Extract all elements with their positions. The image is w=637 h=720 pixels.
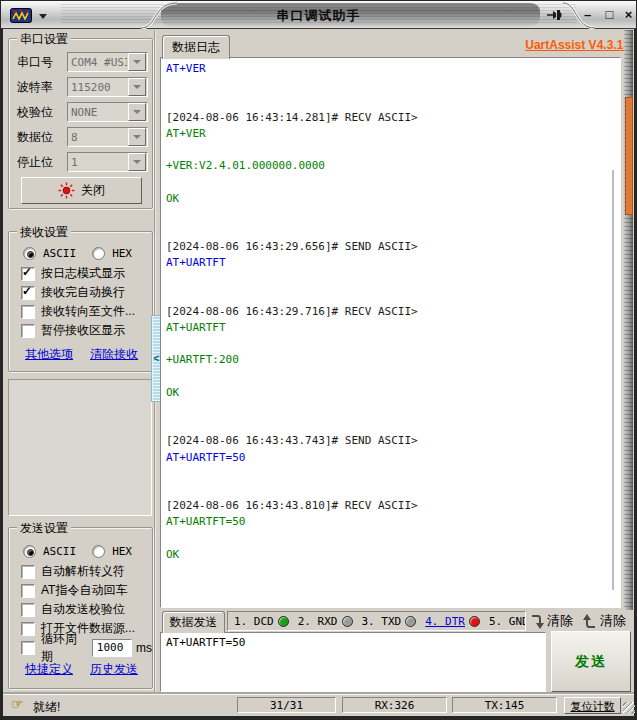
log-line: AT+UARTFT (166, 255, 620, 271)
send-checkbox-label-auto-checksum: 自动发送校验位 (41, 601, 125, 618)
combo-dropdown-button-port[interactable] (128, 53, 146, 71)
send-radio-hex[interactable] (92, 545, 105, 558)
log-line (166, 207, 620, 223)
arrow-up-icon (583, 613, 597, 630)
send-checkbox-open-file-source[interactable] (21, 622, 35, 636)
receive-radio-hex[interactable] (92, 247, 105, 260)
link-history-send[interactable]: 历史发送 (90, 661, 138, 678)
combo-baud[interactable]: 115200 (67, 77, 148, 97)
radio-selected-dot (27, 251, 34, 258)
send-checkbox-parse-escape[interactable] (21, 565, 35, 579)
checkbox-row-recv-to-file: 接收转向至文件... (21, 302, 152, 321)
combo-dropdown-button-databits[interactable] (128, 128, 146, 146)
link-other-options[interactable]: 其他选项 (25, 346, 73, 363)
chevron-down-icon (133, 160, 141, 164)
combo-dropdown-button-baud[interactable] (128, 78, 146, 96)
receive-radio-ascii[interactable] (23, 247, 36, 260)
checkbox-row-parse-escape: 自动解析转义符 (21, 562, 152, 581)
log-line (166, 142, 620, 158)
combo-value-databits: 8 (68, 131, 127, 144)
status-rx-count: RX:326 (342, 697, 447, 713)
log-line (166, 223, 620, 239)
send-checkbox-at-auto-cr[interactable] (21, 584, 35, 598)
combo-value-port: COM4 #USI (68, 56, 127, 69)
close-button[interactable]: × (620, 7, 637, 23)
cycle-period-label: 循环周期 (41, 631, 88, 665)
tab-data-log[interactable]: 数据日志 (162, 35, 230, 59)
reset-count-button[interactable]: 复位计数 (564, 697, 621, 714)
indicator-dot-dcd (278, 616, 289, 627)
tab-data-log-label: 数据日志 (172, 40, 220, 54)
quick-send-panel (8, 379, 152, 516)
receive-checkbox-label-log-mode: 按日志模式显示 (41, 265, 125, 282)
receive-checkbox-auto-newline[interactable]: ✓ (21, 286, 35, 300)
combo-parity[interactable]: NONE (67, 102, 148, 122)
indicator-dot-txd (405, 616, 416, 627)
close-port-button[interactable]: 关闭 (21, 177, 142, 204)
combo-value-parity: NONE (68, 106, 127, 119)
serial-field-label-port: 串口号 (17, 54, 67, 71)
data-log-area[interactable]: AT+VER [2024-08-06 16:43:14.281]# RECV A… (160, 57, 621, 608)
clear-send-button[interactable]: 清除 (530, 612, 573, 630)
tab-data-send[interactable]: 数据发送 (162, 611, 225, 633)
serial-settings-title: 串口设置 (17, 31, 71, 48)
send-radio-ascii[interactable] (23, 545, 36, 558)
log-line: AT+VER (166, 126, 620, 142)
combo-databits[interactable]: 8 (67, 127, 148, 147)
version-link[interactable]: UartAssist V4.3.13 (455, 38, 630, 52)
tab-data-send-label: 数据发送 (170, 615, 218, 629)
status-counter: 31/31 (237, 697, 336, 713)
serial-field-label-baud: 波特率 (17, 79, 67, 96)
link-quick-define[interactable]: 快捷定义 (25, 661, 73, 678)
window-edge-scroll-thumb[interactable] (625, 97, 633, 215)
combo-port[interactable]: COM4 #USI (67, 52, 148, 72)
indicator-rxd: 2. RXD (298, 615, 353, 628)
line-indicator-strip: 1. DCD2. RXD3. TXD4. DTR5. GND6. (227, 611, 526, 631)
combo-dropdown-button-stopbits[interactable] (128, 153, 146, 171)
receive-checkbox-recv-to-file[interactable] (21, 305, 35, 319)
receive-checkbox-log-mode[interactable]: ✓ (21, 267, 35, 281)
serial-field-row-baud: 波特率115200 (17, 77, 152, 97)
log-line: AT+UARTFT (166, 320, 620, 336)
close-port-label: 关闭 (81, 182, 105, 199)
serial-field-row-port: 串口号COM4 #USI (17, 52, 152, 72)
resize-grip[interactable] (623, 702, 635, 714)
minimize-button[interactable]: – (579, 7, 596, 23)
pin-icon[interactable] (546, 7, 564, 23)
log-line (166, 530, 620, 546)
indicator-dtr: 4. DTR (425, 615, 480, 628)
arrow-down-icon (530, 613, 544, 630)
indicator-label-dtr[interactable]: 4. DTR (425, 615, 465, 628)
port-open-led-icon (58, 182, 75, 199)
chevron-down-icon (133, 135, 141, 139)
serial-field-row-databits: 数据位8 (17, 127, 152, 147)
serial-field-label-parity: 校验位 (17, 104, 67, 121)
send-input[interactable]: AT+UARTFT=50 (160, 632, 546, 692)
cycle-period-checkbox[interactable] (21, 641, 35, 655)
title-bar[interactable]: 串口调试助手 – □ × (1, 1, 636, 29)
indicator-dcd: 1. DCD (234, 615, 289, 628)
maximize-button[interactable]: □ (601, 7, 618, 23)
log-line (166, 466, 620, 482)
combo-dropdown-button-parity[interactable] (128, 103, 146, 121)
cycle-period-input[interactable]: 1000 (92, 639, 132, 657)
log-scrollbar-thumb[interactable] (612, 170, 614, 590)
serial-settings-group: 串口设置 串口号COM4 #USI波特率115200校验位NONE数据位8停止位… (8, 38, 153, 209)
send-checkbox-label-parse-escape: 自动解析转义符 (41, 563, 125, 580)
link-clear-receive[interactable]: 清除接收 (90, 346, 138, 363)
send-button[interactable]: 发送 (551, 631, 631, 692)
app-window: 串口调试助手 – □ × 串口设置 串口号COM4 #USI波特率115200校… (0, 0, 637, 720)
serial-field-row-stopbits: 停止位1 (17, 152, 152, 172)
indicator-label-txd: 3. TXD (362, 615, 402, 628)
combo-stopbits[interactable]: 1 (67, 152, 148, 172)
indicator-label-dcd: 1. DCD (234, 615, 274, 628)
log-line (166, 417, 620, 433)
log-line: [2024-08-06 16:43:43.810]# RECV ASCII> (166, 498, 620, 514)
send-checkbox-auto-checksum[interactable] (21, 603, 35, 617)
checkbox-row-auto-checksum: 自动发送校验位 (21, 600, 152, 619)
log-line (166, 482, 620, 498)
checkmark-icon: ✓ (22, 265, 32, 279)
clear-receive-button[interactable]: 清除 (583, 612, 626, 630)
receive-checkbox-pause-display[interactable] (21, 324, 35, 338)
serial-field-label-stopbits: 停止位 (17, 154, 67, 171)
